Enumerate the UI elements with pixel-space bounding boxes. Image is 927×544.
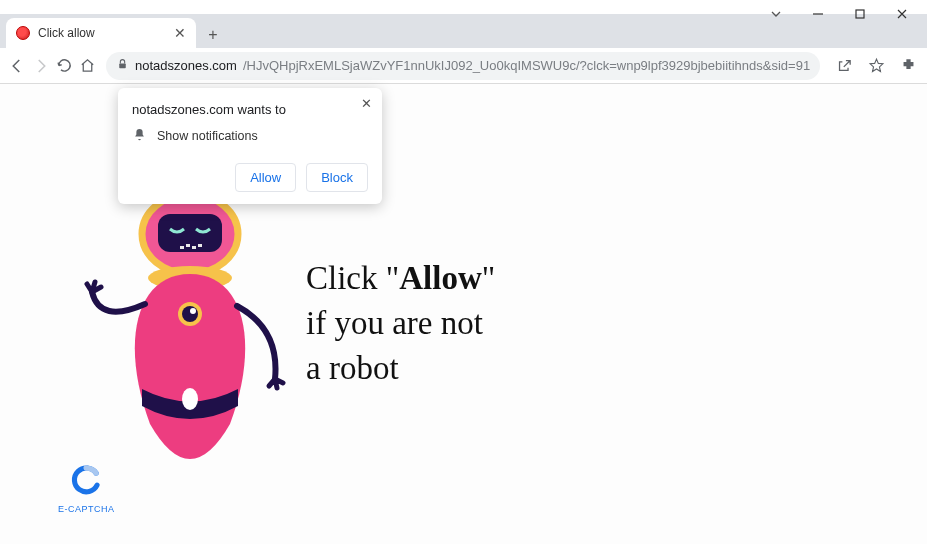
text-line1-post: " xyxy=(482,260,495,296)
svg-point-21 xyxy=(190,308,196,314)
window-maximize-icon[interactable] xyxy=(843,0,877,28)
tab-title: Click allow xyxy=(38,26,166,40)
robot-illustration xyxy=(80,174,300,484)
allow-button[interactable]: Allow xyxy=(235,163,296,192)
popup-close-icon[interactable]: ✕ xyxy=(361,96,372,111)
url-path: /HJvQHpjRxEMLSjaWZvYF1nnUkIJ092_Uo0kqIMS… xyxy=(243,58,810,73)
tab-favicon xyxy=(16,26,30,40)
close-tab-icon[interactable]: ✕ xyxy=(174,25,186,41)
bookmark-star-icon[interactable] xyxy=(862,52,890,80)
window-controls xyxy=(759,0,927,28)
tab-strip: Click allow ✕ + xyxy=(0,14,927,48)
toolbar-right-icons xyxy=(830,52,927,80)
window-close-icon[interactable] xyxy=(885,0,919,28)
captcha-badge: E-CAPTCHA xyxy=(58,463,115,514)
svg-rect-15 xyxy=(186,244,190,247)
window-dropdown-icon[interactable] xyxy=(759,0,793,28)
extensions-icon[interactable] xyxy=(894,52,922,80)
bell-icon xyxy=(132,127,147,145)
notification-permission-popup: ✕ notadszones.com wants to Show notifica… xyxy=(118,88,382,204)
browser-toolbar: notadszones.com/HJvQHpjRxEMLSjaWZvYF1nnU… xyxy=(0,48,927,84)
lock-icon xyxy=(116,58,129,74)
forward-button[interactable] xyxy=(32,53,50,79)
new-tab-button[interactable]: + xyxy=(200,22,226,48)
window-minimize-icon[interactable] xyxy=(801,0,835,28)
text-line3: a robot xyxy=(306,350,399,386)
back-button[interactable] xyxy=(8,53,26,79)
captcha-label: E-CAPTCHA xyxy=(58,504,115,514)
svg-rect-2 xyxy=(119,63,126,68)
popup-origin-text: notadszones.com wants to xyxy=(132,102,368,117)
instruction-text: Click "Allow" if you are not a robot xyxy=(306,256,495,391)
reload-button[interactable] xyxy=(56,53,73,79)
text-line2: if you are not xyxy=(306,305,483,341)
captcha-logo-icon xyxy=(69,463,103,501)
svg-rect-17 xyxy=(198,244,202,247)
page-content: ✕ notadszones.com wants to Show notifica… xyxy=(0,84,927,544)
block-button[interactable]: Block xyxy=(306,163,368,192)
text-line1-bold: Allow xyxy=(399,260,482,296)
svg-point-20 xyxy=(182,306,198,322)
popup-permission-label: Show notifications xyxy=(157,129,258,143)
address-bar[interactable]: notadszones.com/HJvQHpjRxEMLSjaWZvYF1nnU… xyxy=(106,52,820,80)
browser-tab[interactable]: Click allow ✕ xyxy=(6,18,196,48)
home-button[interactable] xyxy=(79,53,96,79)
svg-rect-14 xyxy=(180,246,184,249)
url-domain: notadszones.com xyxy=(135,58,237,73)
svg-point-22 xyxy=(182,388,198,410)
svg-rect-16 xyxy=(192,246,196,249)
svg-rect-1 xyxy=(856,10,864,18)
text-line1-pre: Click " xyxy=(306,260,399,296)
share-icon[interactable] xyxy=(830,52,858,80)
